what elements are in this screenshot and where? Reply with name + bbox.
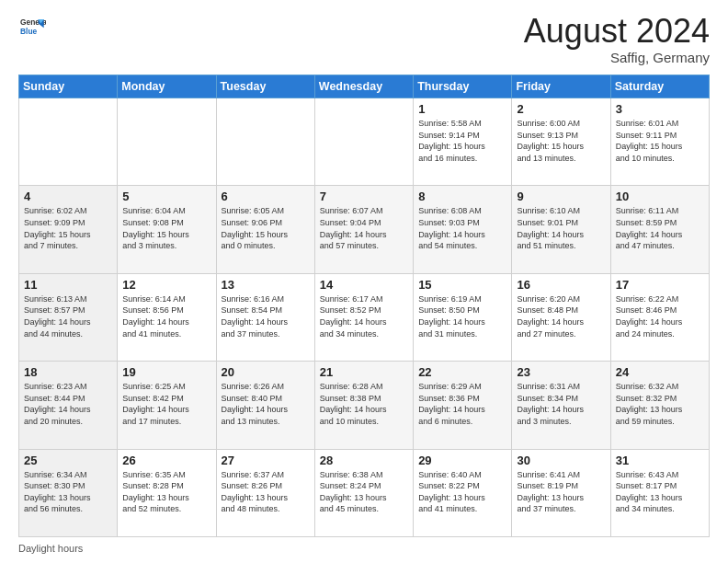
calendar-table: SundayMondayTuesdayWednesdayThursdayFrid… [18,75,710,537]
header-day-wednesday: Wednesday [314,75,413,98]
day-cell: 14Sunrise: 6:17 AMSunset: 8:52 PMDayligh… [314,273,413,361]
week-row-5: 25Sunrise: 6:34 AMSunset: 8:30 PMDayligh… [19,449,710,536]
day-number: 20 [222,365,310,379]
day-info: Sunrise: 6:40 AMSunset: 8:22 PMDaylight:… [418,469,506,515]
day-cell: 31Sunrise: 6:43 AMSunset: 8:17 PMDayligh… [610,449,709,536]
day-info: Sunrise: 6:19 AMSunset: 8:50 PMDaylight:… [418,293,506,339]
day-cell: 18Sunrise: 6:23 AMSunset: 8:44 PMDayligh… [19,362,118,449]
day-number: 1 [418,102,506,116]
day-info: Sunrise: 6:32 AMSunset: 8:32 PMDaylight:… [616,381,704,427]
day-info: Sunrise: 6:34 AMSunset: 8:30 PMDaylight:… [24,469,112,515]
day-number: 30 [517,454,605,467]
header-day-friday: Friday [512,75,610,98]
day-info: Sunrise: 6:28 AMSunset: 8:38 PMDaylight:… [320,381,408,427]
day-info: Sunrise: 6:35 AMSunset: 8:28 PMDaylight:… [122,469,210,515]
day-number: 28 [320,454,408,467]
day-info: Sunrise: 6:25 AMSunset: 8:42 PMDaylight:… [122,381,210,427]
day-cell: 15Sunrise: 6:19 AMSunset: 8:50 PMDayligh… [414,273,512,361]
day-info: Sunrise: 6:23 AMSunset: 8:44 PMDaylight:… [24,381,112,427]
day-number: 3 [616,102,704,116]
day-cell: 12Sunrise: 6:14 AMSunset: 8:56 PMDayligh… [118,273,216,361]
header-day-tuesday: Tuesday [216,75,314,98]
day-cell: 13Sunrise: 6:16 AMSunset: 8:54 PMDayligh… [216,273,314,361]
day-cell: 20Sunrise: 6:26 AMSunset: 8:40 PMDayligh… [216,362,314,449]
location: Saffig, Germany [524,50,710,65]
day-cell: 4Sunrise: 6:02 AMSunset: 9:09 PMDaylight… [19,186,118,273]
logo: General Blue [18,15,46,44]
day-number: 22 [418,365,506,379]
day-cell: 19Sunrise: 6:25 AMSunset: 8:42 PMDayligh… [118,362,216,449]
day-number: 23 [517,365,605,379]
day-number: 4 [24,190,112,203]
day-info: Sunrise: 6:43 AMSunset: 8:17 PMDaylight:… [616,469,704,515]
day-info: Sunrise: 5:58 AMSunset: 9:14 PMDaylight:… [418,118,506,164]
day-cell: 5Sunrise: 6:04 AMSunset: 9:08 PMDaylight… [118,186,216,273]
day-info: Sunrise: 6:05 AMSunset: 9:06 PMDaylight:… [222,205,310,251]
header-day-monday: Monday [118,75,216,98]
day-cell [118,98,216,186]
day-cell: 11Sunrise: 6:13 AMSunset: 8:57 PMDayligh… [19,273,118,361]
day-number: 18 [24,365,112,379]
day-number: 16 [517,278,605,292]
day-number: 12 [122,278,210,292]
logo-text: General Blue [18,15,46,44]
day-number: 21 [320,365,408,379]
day-number: 7 [320,190,408,203]
calendar-page: General Blue August 2024 Saffig, Germany… [0,0,728,563]
day-cell: 21Sunrise: 6:28 AMSunset: 8:38 PMDayligh… [314,362,413,449]
day-cell [216,98,314,186]
svg-text:Blue: Blue [20,27,37,36]
day-info: Sunrise: 6:29 AMSunset: 8:36 PMDaylight:… [418,381,506,427]
week-row-4: 18Sunrise: 6:23 AMSunset: 8:44 PMDayligh… [19,362,710,449]
day-cell: 3Sunrise: 6:01 AMSunset: 9:11 PMDaylight… [610,98,709,186]
day-cell: 6Sunrise: 6:05 AMSunset: 9:06 PMDaylight… [216,186,314,273]
day-info: Sunrise: 6:17 AMSunset: 8:52 PMDaylight:… [320,293,408,339]
day-info: Sunrise: 6:10 AMSunset: 9:01 PMDaylight:… [517,205,605,251]
day-info: Sunrise: 6:00 AMSunset: 9:13 PMDaylight:… [517,118,605,164]
header-day-thursday: Thursday [414,75,512,98]
week-row-3: 11Sunrise: 6:13 AMSunset: 8:57 PMDayligh… [19,273,710,361]
day-cell: 7Sunrise: 6:07 AMSunset: 9:04 PMDaylight… [314,186,413,273]
day-cell: 30Sunrise: 6:41 AMSunset: 8:19 PMDayligh… [512,449,610,536]
day-info: Sunrise: 6:22 AMSunset: 8:46 PMDaylight:… [616,293,704,339]
day-number: 11 [24,278,112,292]
header-day-saturday: Saturday [610,75,709,98]
day-info: Sunrise: 6:38 AMSunset: 8:24 PMDaylight:… [320,469,408,515]
day-number: 9 [517,190,605,203]
day-cell: 28Sunrise: 6:38 AMSunset: 8:24 PMDayligh… [314,449,413,536]
day-number: 29 [418,454,506,467]
day-cell: 22Sunrise: 6:29 AMSunset: 8:36 PMDayligh… [414,362,512,449]
day-cell: 9Sunrise: 6:10 AMSunset: 9:01 PMDaylight… [512,186,610,273]
day-number: 25 [24,454,112,467]
day-info: Sunrise: 6:11 AMSunset: 8:59 PMDaylight:… [616,205,704,251]
day-info: Sunrise: 6:07 AMSunset: 9:04 PMDaylight:… [320,205,408,251]
day-info: Sunrise: 6:37 AMSunset: 8:26 PMDaylight:… [222,469,310,515]
day-cell: 27Sunrise: 6:37 AMSunset: 8:26 PMDayligh… [216,449,314,536]
day-number: 10 [616,190,704,203]
day-info: Sunrise: 6:02 AMSunset: 9:09 PMDaylight:… [24,205,112,251]
day-number: 19 [122,365,210,379]
day-number: 27 [222,454,310,467]
title-area: August 2024 Saffig, Germany [524,15,710,65]
day-number: 5 [122,190,210,203]
day-info: Sunrise: 6:41 AMSunset: 8:19 PMDaylight:… [517,469,605,515]
week-row-2: 4Sunrise: 6:02 AMSunset: 9:09 PMDaylight… [19,186,710,273]
day-number: 24 [616,365,704,379]
day-cell: 23Sunrise: 6:31 AMSunset: 8:34 PMDayligh… [512,362,610,449]
day-info: Sunrise: 6:08 AMSunset: 9:03 PMDaylight:… [418,205,506,251]
header: General Blue August 2024 Saffig, Germany [18,15,710,65]
calendar-header-row: SundayMondayTuesdayWednesdayThursdayFrid… [19,75,710,98]
day-info: Sunrise: 6:13 AMSunset: 8:57 PMDaylight:… [24,293,112,339]
day-cell: 17Sunrise: 6:22 AMSunset: 8:46 PMDayligh… [610,273,709,361]
day-cell: 1Sunrise: 5:58 AMSunset: 9:14 PMDaylight… [414,98,512,186]
day-info: Sunrise: 6:14 AMSunset: 8:56 PMDaylight:… [122,293,210,339]
day-info: Sunrise: 6:31 AMSunset: 8:34 PMDaylight:… [517,381,605,427]
day-cell: 24Sunrise: 6:32 AMSunset: 8:32 PMDayligh… [610,362,709,449]
day-info: Sunrise: 6:01 AMSunset: 9:11 PMDaylight:… [616,118,704,164]
logo-svg: General Blue [20,15,46,40]
day-number: 17 [616,278,704,292]
day-number: 2 [517,102,605,116]
day-cell: 26Sunrise: 6:35 AMSunset: 8:28 PMDayligh… [118,449,216,536]
day-number: 15 [418,278,506,292]
header-day-sunday: Sunday [19,75,118,98]
